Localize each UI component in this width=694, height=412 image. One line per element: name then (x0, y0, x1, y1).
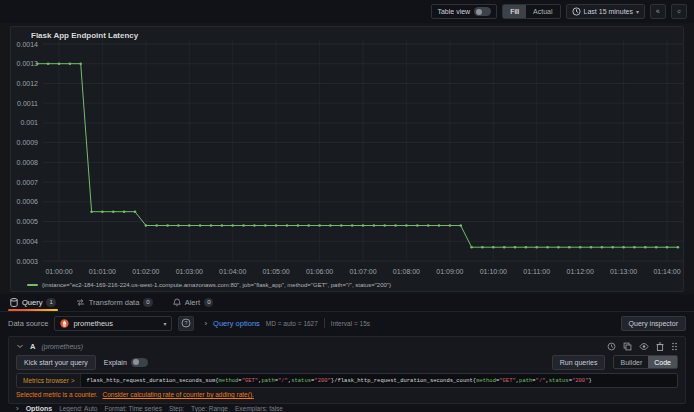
datasource-bar: Data source prometheus ▾ ? › Query optio… (0, 313, 694, 333)
query-options-md: MD = auto = 1627 (266, 320, 318, 327)
explain-control: Explain (104, 358, 148, 367)
svg-text:01:01:00: 01:01:00 (89, 268, 116, 275)
query-token: path (261, 377, 274, 384)
svg-text:01:02:00: 01:02:00 (132, 268, 159, 275)
tab-query-label: Query (22, 298, 42, 307)
tab-alert-count: 0 (204, 298, 213, 307)
svg-text:01:04:00: 01:04:00 (219, 268, 246, 275)
options-label: Options (26, 405, 52, 412)
query-row-a: A (prometheus) Kick start your query Exp… (8, 336, 686, 404)
query-options-toggle[interactable]: › Query options MD = auto = 1627 Interva… (204, 318, 370, 328)
svg-text:01:11:00: 01:11:00 (523, 268, 550, 275)
option-exemplars: Exemplars: false (235, 405, 283, 412)
query-expression[interactable]: flask_http_request_duration_seconds_sum{… (81, 374, 677, 387)
collapse-chevron-icon[interactable] (16, 342, 24, 350)
query-ref-id[interactable]: A (30, 342, 35, 351)
clock-icon (572, 7, 581, 16)
query-token: status (549, 377, 569, 384)
history-icon[interactable] (607, 342, 616, 351)
time-range-picker[interactable]: Last 15 minutes ▾ (566, 4, 645, 19)
fill-button[interactable]: Fill (503, 5, 526, 18)
query-token: "GET" (242, 377, 259, 384)
chevron-down-icon: ▾ (163, 320, 166, 327)
editor-toolbar: Table view Fill Actual Last 15 minutes ▾ (0, 0, 694, 23)
editor-tabs: Query 1 Transform data 0 Alert 0 (0, 294, 694, 312)
svg-text:0.0009: 0.0009 (17, 139, 39, 146)
counter-warning: Selected metric is a counter. Consider c… (16, 391, 678, 400)
query-token: method (219, 377, 239, 384)
table-view-control: Table view (431, 4, 497, 19)
copy-icon[interactable] (623, 342, 632, 351)
kick-start-button[interactable]: Kick start your query (16, 355, 96, 370)
svg-text:01:14:00: 01:14:00 (653, 268, 680, 275)
datasource-picker[interactable]: prometheus ▾ (54, 316, 172, 331)
builder-mode-button[interactable]: Builder (614, 356, 648, 368)
svg-text:0.001: 0.001 (20, 119, 38, 126)
query-inspector-button[interactable]: Query inspector (621, 316, 686, 331)
transform-icon (76, 298, 85, 307)
svg-text:01:10:00: 01:10:00 (480, 268, 507, 275)
chevron-down-icon: ▾ (636, 8, 639, 15)
query-options-label: Query options (213, 319, 260, 328)
svg-text:01:00:00: 01:00:00 (45, 268, 72, 275)
query-row-header: A (prometheus) (16, 340, 678, 352)
drag-handle-icon[interactable] (671, 342, 678, 351)
actual-button[interactable]: Actual (526, 5, 559, 18)
svg-text:01:13:00: 01:13:00 (610, 268, 637, 275)
svg-text:01:03:00: 01:03:00 (176, 268, 203, 275)
explain-label: Explain (104, 359, 127, 366)
svg-text:0.0003: 0.0003 (17, 258, 39, 265)
query-token: } (588, 377, 591, 384)
metrics-browser-button[interactable]: Metrics browser > (17, 374, 81, 387)
eye-icon[interactable] (639, 342, 649, 351)
svg-text:01:07:00: 01:07:00 (349, 268, 376, 275)
tab-alert[interactable]: Alert 0 (171, 294, 216, 311)
query-datasource-hint: (prometheus) (41, 343, 83, 350)
option-step: Step: (169, 405, 184, 412)
svg-text:0.0004: 0.0004 (17, 238, 39, 245)
svg-text:0.0007: 0.0007 (17, 179, 39, 186)
svg-text:01:09:00: 01:09:00 (436, 268, 463, 275)
option-legend: Legend: Auto (59, 405, 97, 412)
svg-text:0.0008: 0.0008 (17, 159, 39, 166)
refresh-button[interactable] (671, 4, 687, 19)
explain-toggle[interactable] (131, 358, 148, 367)
query-token: "/" (536, 377, 546, 384)
datasource-help-button[interactable]: ? (178, 316, 194, 331)
svg-text:0.0005: 0.0005 (17, 218, 39, 225)
series-color-swatch (27, 284, 38, 286)
run-queries-button[interactable]: Run queries (552, 355, 606, 370)
datasource-name: prometheus (73, 319, 159, 328)
table-view-toggle[interactable] (474, 7, 491, 16)
tab-transform-count: 0 (143, 298, 152, 307)
svg-text:0.0012: 0.0012 (17, 80, 39, 87)
table-view-label: Table view (437, 8, 470, 15)
latency-chart[interactable]: 0.00140.00130.00120.00110.0010.00090.000… (11, 27, 685, 293)
query-toolbar: Kick start your query Explain Run querie… (16, 353, 678, 371)
refresh-icon (677, 7, 681, 16)
question-circle-icon: ? (181, 318, 191, 328)
tab-alert-label: Alert (185, 298, 200, 307)
query-token: "GET" (499, 377, 516, 384)
query-options-row[interactable]: › Options Legend: Auto Format: Time seri… (16, 403, 678, 412)
zoom-out-button[interactable] (650, 4, 666, 19)
svg-text:?: ? (185, 320, 188, 326)
svg-text:0.0014: 0.0014 (17, 41, 39, 48)
svg-text:01:06:00: 01:06:00 (306, 268, 333, 275)
warning-rate-link[interactable]: Consider calculating rate of counter by … (102, 391, 253, 398)
toggle-knob (476, 9, 482, 15)
tab-query[interactable]: Query 1 (8, 294, 58, 311)
datasource-label: Data source (8, 319, 48, 328)
svg-text:01:12:00: 01:12:00 (567, 268, 594, 275)
bell-icon (173, 298, 181, 307)
query-options-interval: Interval = 15s (331, 320, 370, 327)
code-mode-button[interactable]: Code (648, 356, 677, 368)
chevron-right-icon: › (204, 319, 207, 328)
trash-icon[interactable] (656, 342, 664, 351)
warning-text: Selected metric is a counter. (16, 391, 98, 398)
legend-item[interactable]: {instance="ec2-184-169-216-224.us-west-1… (27, 282, 391, 288)
chevron-right-icon: › (16, 404, 19, 412)
tab-transform-data[interactable]: Transform data 0 (74, 294, 155, 311)
promql-editor: Metrics browser > flask_http_request_dur… (16, 373, 678, 388)
svg-text:01:05:00: 01:05:00 (262, 268, 289, 275)
